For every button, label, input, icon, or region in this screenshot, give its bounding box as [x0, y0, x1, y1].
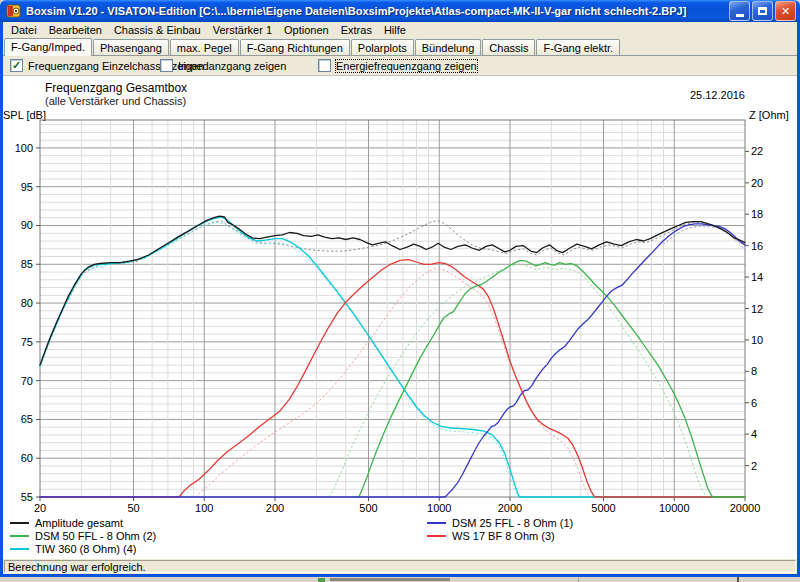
- y-axis-right-label: Z [Ohm]: [749, 109, 789, 121]
- background-divider: [578, 577, 579, 582]
- minimize-icon: [736, 14, 744, 17]
- menu-item-datei[interactable]: Datei: [5, 24, 43, 36]
- background-window-sliver: [0, 577, 800, 582]
- chart-panel: [3, 75, 797, 558]
- checkbox-energiefrequenzgang-zeigen[interactable]: Energiefrequenzgang zeigen: [318, 59, 477, 72]
- tab-polarplots[interactable]: Polarplots: [351, 39, 414, 55]
- maximize-button[interactable]: [752, 1, 773, 21]
- legend-line-icon: [427, 522, 446, 524]
- menu-item-chassis-einbau[interactable]: Chassis & Einbau: [108, 24, 207, 36]
- tab-max-pegel[interactable]: max. Pegel: [170, 39, 239, 55]
- chart-date: 25.12.2016: [640, 89, 745, 101]
- legend-item-dsm-50-ffl-8-ohm-2: DSM 50 FFL - 8 Ohm (2): [10, 530, 156, 542]
- legend-label: DSM 25 FFL - 8 Ohm (1): [452, 517, 573, 529]
- background-taskbar-text: [330, 578, 450, 581]
- tab-chassis[interactable]: Chassis: [482, 39, 535, 55]
- chart-subtitle: (alle Verstärker und Chassis): [45, 95, 186, 107]
- checkbox-label: Impedanzgang zeigen: [178, 60, 286, 72]
- tab-phasengang[interactable]: Phasengang: [93, 39, 169, 55]
- boxsim-window: Boxsim V1.20 - VISATON-Edition [C:\...\b…: [0, 0, 800, 582]
- menu-item-optionen[interactable]: Optionen: [278, 24, 335, 36]
- window-title: Boxsim V1.20 - VISATON-Edition [C:\...\b…: [26, 5, 727, 17]
- tab-bündelung[interactable]: Bündelung: [415, 39, 482, 55]
- maximize-icon: [758, 7, 767, 15]
- title-bar[interactable]: Boxsim V1.20 - VISATON-Edition [C:\...\b…: [0, 0, 800, 22]
- legend-label: DSM 50 FFL - 8 Ohm (2): [35, 530, 156, 542]
- menu-item-hilfe[interactable]: Hilfe: [378, 24, 412, 36]
- legend-label: WS 17 BF 8 Ohm (3): [452, 530, 555, 542]
- status-message: Berechnung war erfolgreich.: [4, 560, 796, 573]
- legend-item-amplitude-gesamt: Amplitude gesamt: [10, 517, 123, 529]
- menu-item-extras[interactable]: Extras: [335, 24, 378, 36]
- legend-line-icon: [10, 548, 29, 550]
- unchecked-checkbox-icon[interactable]: [160, 59, 173, 72]
- tab-f-gang-richtungen[interactable]: F-Gang Richtungen: [240, 39, 350, 55]
- legend-item-tiw-360-8-ohm-4: TIW 360 (8 Ohm) (4): [10, 543, 136, 555]
- checkbox-row: ✓Frequenzgang Einzelchassis zeigenImpeda…: [3, 56, 797, 76]
- tab-f-gang-elektr[interactable]: F-Gang elektr.: [536, 39, 620, 55]
- checkbox-impedanzgang-zeigen[interactable]: Impedanzgang zeigen: [160, 59, 286, 72]
- minimize-button[interactable]: [729, 1, 750, 21]
- close-button[interactable]: ✕: [775, 1, 796, 21]
- menu-item-bearbeiten[interactable]: Bearbeiten: [43, 24, 108, 36]
- legend-line-icon: [427, 535, 446, 537]
- tab-f-gang-imped[interactable]: F-Gang/Imped.: [4, 38, 92, 56]
- app-icon: [6, 3, 22, 19]
- menu-item-verstärker-1[interactable]: Verstärker 1: [207, 24, 278, 36]
- legend-line-icon: [10, 522, 29, 524]
- legend-item-ws-17-bf-8-ohm-3: WS 17 BF 8 Ohm (3): [427, 530, 555, 542]
- checkbox-label: Energiefrequenzgang zeigen: [336, 60, 477, 72]
- legend-label: Amplitude gesamt: [35, 517, 123, 529]
- legend-line-icon: [10, 535, 29, 537]
- background-divider-2: [737, 577, 739, 582]
- unchecked-checkbox-icon[interactable]: [318, 59, 331, 72]
- legend-label: TIW 360 (8 Ohm) (4): [35, 543, 136, 555]
- legend-item-dsm-25-ffl-8-ohm-1: DSM 25 FFL - 8 Ohm (1): [427, 517, 573, 529]
- close-icon: ✕: [781, 6, 790, 17]
- background-taskbar-icon: [318, 578, 325, 582]
- y-axis-left-label: SPL [dB]: [3, 109, 46, 121]
- status-bar: Berechnung war erfolgreich.: [3, 558, 797, 574]
- tab-strip: F-Gang/Imped.Phasengangmax. PegelF-Gang …: [3, 37, 797, 56]
- checked-checkbox-icon[interactable]: ✓: [10, 59, 23, 72]
- menu-bar: DateiBearbeitenChassis & EinbauVerstärke…: [3, 22, 797, 37]
- chart-title: Frequenzgang Gesamtbox: [45, 81, 187, 95]
